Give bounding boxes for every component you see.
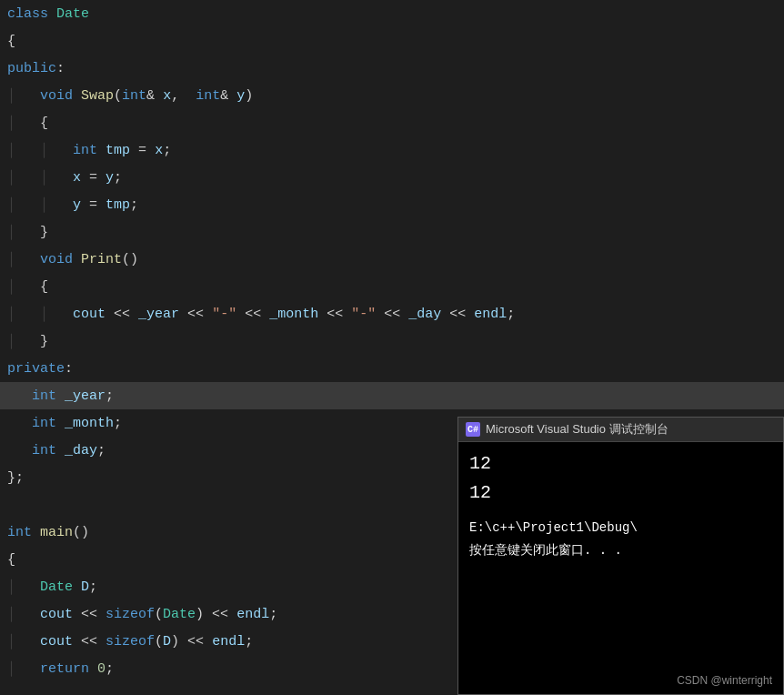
code-line-15: int _year; xyxy=(0,382,784,409)
code-line-4: │ void Swap(int& x, int& y) xyxy=(0,82,784,109)
code-line-10: │ void Print() xyxy=(0,246,784,273)
console-titlebar: C# Microsoft Visual Studio 调试控制台 xyxy=(458,418,783,442)
code-line-2: { xyxy=(0,27,784,55)
keyword-class: class xyxy=(7,6,48,22)
code-line-3: public: xyxy=(0,55,784,82)
code-line-11: │ { xyxy=(0,273,784,300)
code-line-7: │ │ x = y; xyxy=(0,164,784,191)
console-body: 12 12 xyxy=(458,442,783,515)
console-window: C# Microsoft Visual Studio 调试控制台 12 12 E… xyxy=(457,417,784,695)
code-line-12: │ │ cout << _year << "-" << _month << "-… xyxy=(0,300,784,327)
console-hint: 按任意键关闭此窗口. . . xyxy=(458,541,783,560)
class-name: Date xyxy=(56,6,89,22)
keyword-void: void xyxy=(40,88,73,104)
console-output-2: 12 xyxy=(469,478,772,508)
code-line-8: │ │ y = tmp; xyxy=(0,191,784,218)
keyword-public: public xyxy=(7,61,56,76)
code-line-13: │ } xyxy=(0,327,784,355)
keyword-private: private xyxy=(7,361,65,377)
vs-icon: C# xyxy=(466,422,480,437)
console-output-1: 12 xyxy=(469,449,772,478)
code-line-9: │ } xyxy=(0,218,784,246)
console-title: Microsoft Visual Studio 调试控制台 xyxy=(486,421,668,438)
code-line-1: class Date xyxy=(0,0,784,27)
code-line-6: │ │ int tmp = x; xyxy=(0,136,784,164)
console-watermark: CSDN @winterright xyxy=(677,674,772,687)
func-swap: Swap xyxy=(81,88,114,104)
console-path: E:\c++\Project1\Debug\ xyxy=(458,515,783,541)
code-line-5: │ { xyxy=(0,109,784,136)
code-line-14: private: xyxy=(0,355,784,382)
